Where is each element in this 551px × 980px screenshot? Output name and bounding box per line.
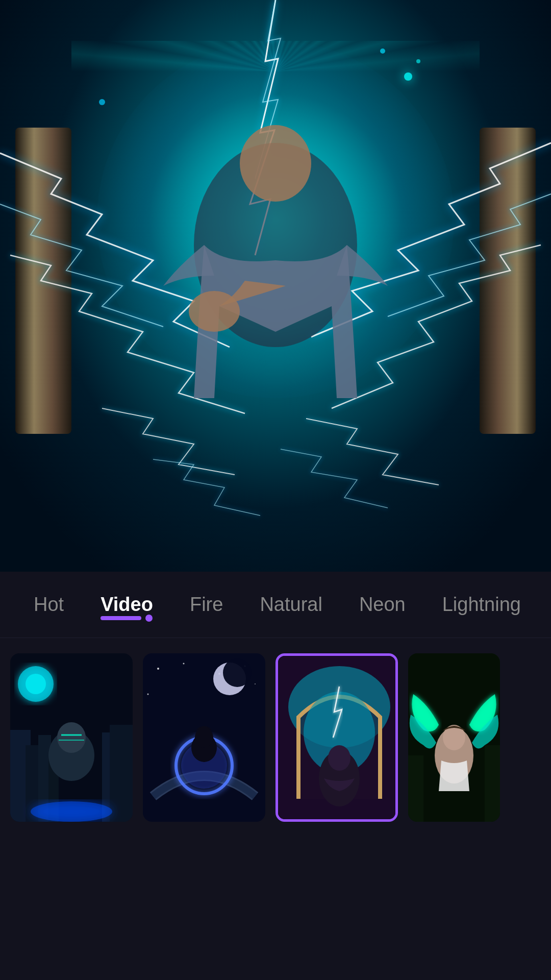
main-preview — [0, 0, 551, 572]
tab-fire[interactable]: Fire — [171, 583, 241, 626]
svg-point-27 — [147, 694, 149, 695]
column-left — [15, 128, 71, 434]
tab-video[interactable]: Video — [82, 583, 171, 626]
svg-point-23 — [183, 663, 185, 665]
svg-rect-41 — [485, 745, 500, 822]
teal-burst — [97, 41, 454, 398]
svg-rect-13 — [110, 725, 133, 822]
thumb-item-4[interactable] — [408, 653, 500, 822]
svg-point-33 — [195, 727, 213, 748]
tab-neon[interactable]: Neon — [341, 583, 424, 626]
indicator-dot — [145, 615, 153, 622]
bottom-panel: Hot Video Fire Natural Neon Lightning — [0, 572, 551, 980]
thumb-item-3[interactable] — [276, 653, 398, 822]
svg-point-29 — [223, 658, 252, 687]
thumb-3-content — [278, 656, 398, 822]
indicator-bar — [101, 616, 141, 620]
tab-lightning[interactable]: Lightning — [424, 583, 539, 626]
svg-point-15 — [26, 674, 46, 694]
svg-point-17 — [57, 722, 86, 753]
column-right — [480, 128, 536, 434]
svg-point-38 — [328, 745, 350, 771]
tabs-bar: Hot Video Fire Natural Neon Lightning — [0, 572, 551, 638]
thumb-4-content — [408, 653, 500, 822]
svg-point-22 — [157, 668, 159, 670]
svg-point-20 — [31, 801, 112, 822]
thumbnails-row — [0, 638, 551, 837]
svg-rect-40 — [408, 755, 423, 822]
thumb-item-1[interactable] — [10, 653, 133, 822]
svg-point-26 — [255, 683, 256, 684]
tab-hot[interactable]: Hot — [15, 583, 82, 626]
tab-natural[interactable]: Natural — [241, 583, 341, 626]
thumb-2-content — [143, 653, 265, 822]
thumb-1-content — [10, 653, 133, 822]
tab-active-indicator — [101, 615, 153, 622]
thumb-item-2[interactable] — [143, 653, 265, 822]
